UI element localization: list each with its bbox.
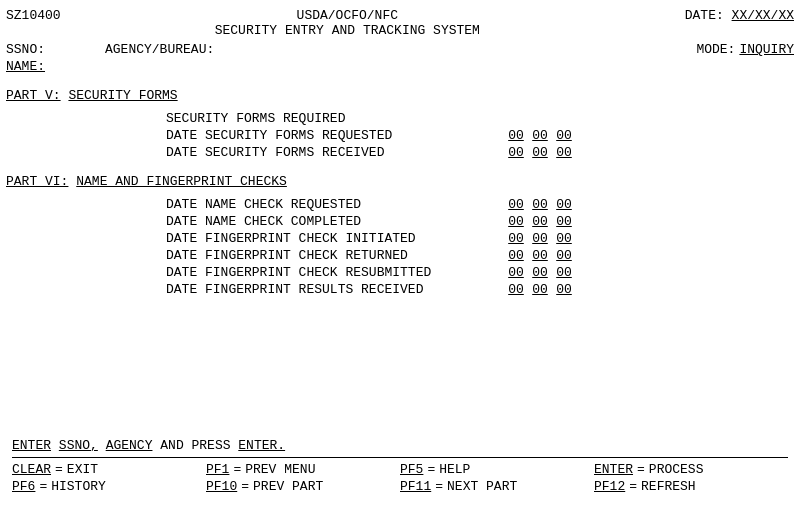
part-vi-row-5: DATE FINGERPRINT RESULTS RECEIVED 00 00 … (166, 282, 794, 297)
key-clear: CLEAR = EXIT (12, 462, 206, 477)
key-pf12: PF12 = REFRESH (594, 479, 788, 494)
pf6-eq: = (39, 479, 47, 494)
part-v-row-0: SECURITY FORMS REQUIRED (166, 111, 794, 126)
part-v-label-1: DATE SECURITY FORMS REQUESTED (166, 128, 506, 143)
part-v-d1-1[interactable]: 00 (506, 128, 526, 143)
part-vi-d3-3[interactable]: 00 (554, 248, 574, 263)
part-vi-date-2: 00 00 00 (506, 231, 574, 246)
key-pf6: PF6 = HISTORY (12, 479, 206, 494)
key-pf11: PF11 = NEXT PART (400, 479, 594, 494)
part-vi-d3-2[interactable]: 00 (554, 231, 574, 246)
part-vi-row-2: DATE FINGERPRINT CHECK INITIATED 00 00 0… (166, 231, 794, 246)
part-vi-d3-1[interactable]: 00 (554, 214, 574, 229)
pf1-key[interactable]: PF1 (206, 462, 229, 477)
part-vi-label-2: DATE FINGERPRINT CHECK INITIATED (166, 231, 506, 246)
clear-key[interactable]: CLEAR (12, 462, 51, 477)
mode-section: MODE: INQUIRY (696, 42, 794, 57)
part-vi-date-4: 00 00 00 (506, 265, 574, 280)
part-v-d2-2[interactable]: 00 (530, 145, 550, 160)
clear-eq: = (55, 462, 63, 477)
pf11-key[interactable]: PF11 (400, 479, 431, 494)
system-name-line2: SECURITY ENTRY AND TRACKING SYSTEM (61, 23, 634, 38)
part-vi-d2-1[interactable]: 00 (530, 214, 550, 229)
enter-key-eq: = (637, 462, 645, 477)
pf12-key[interactable]: PF12 (594, 479, 625, 494)
header-center: USDA/OCFO/NFC SECURITY ENTRY AND TRACKIN… (61, 8, 634, 38)
part-v-d2-1[interactable]: 00 (530, 128, 550, 143)
part-v-d1-2[interactable]: 00 (506, 145, 526, 160)
part-vi-date-3: 00 00 00 (506, 248, 574, 263)
system-name-line1: USDA/OCFO/NFC (61, 8, 634, 23)
part-vi-row-4: DATE FINGERPRINT CHECK RESUBMITTED 00 00… (166, 265, 794, 280)
pf6-action: HISTORY (51, 479, 106, 494)
part-v-title: SECURITY FORMS (68, 88, 177, 103)
part-v-rows: SECURITY FORMS REQUIRED DATE SECURITY FO… (166, 111, 794, 160)
part-vi-d3-4[interactable]: 00 (554, 265, 574, 280)
part-vi-d2-2[interactable]: 00 (530, 231, 550, 246)
part-vi-row-1: DATE NAME CHECK COMPLETED 00 00 00 (166, 214, 794, 229)
enter-key[interactable]: ENTER (594, 462, 633, 477)
pf12-eq: = (629, 479, 637, 494)
name-row: NAME: (6, 59, 794, 74)
footer: ENTER SSNO, AGENCY AND PRESS ENTER. CLEA… (12, 438, 788, 494)
date-value: XX/XX/XX (732, 8, 794, 23)
part-vi-date-5: 00 00 00 (506, 282, 574, 297)
footer-divider (12, 457, 788, 458)
part-vi-label-3: DATE FINGERPRINT CHECK RETURNED (166, 248, 506, 263)
header: SZ10400 USDA/OCFO/NFC SECURITY ENTRY AND… (6, 8, 794, 38)
part-vi-label-5: DATE FINGERPRINT RESULTS RECEIVED (166, 282, 506, 297)
pf11-eq: = (435, 479, 443, 494)
pf1-action: PREV MENU (245, 462, 315, 477)
key-pf1: PF1 = PREV MENU (206, 462, 400, 477)
part-v-row-1: DATE SECURITY FORMS REQUESTED 00 00 00 (166, 128, 794, 143)
key-enter: ENTER = PROCESS (594, 462, 788, 477)
part-vi-d1-4[interactable]: 00 (506, 265, 526, 280)
part-v-prefix: PART V: (6, 88, 61, 103)
part-vi-d2-3[interactable]: 00 (530, 248, 550, 263)
part-v-d3-1[interactable]: 00 (554, 128, 574, 143)
part-vi-d1-5[interactable]: 00 (506, 282, 526, 297)
part-vi-row-0: DATE NAME CHECK REQUESTED 00 00 00 (166, 197, 794, 212)
part-vi-prefix: PART VI: (6, 174, 68, 189)
part-vi-d2-0[interactable]: 00 (530, 197, 550, 212)
part-vi-label-0: DATE NAME CHECK REQUESTED (166, 197, 506, 212)
part-v-label-2: DATE SECURITY FORMS RECEIVED (166, 145, 506, 160)
part-vi-d2-5[interactable]: 00 (530, 282, 550, 297)
part-vi-d1-1[interactable]: 00 (506, 214, 526, 229)
part-vi-row-3: DATE FINGERPRINT CHECK RETURNED 00 00 00 (166, 248, 794, 263)
pf10-action: PREV PART (253, 479, 323, 494)
part-vi-title: NAME AND FINGERPRINT CHECKS (76, 174, 287, 189)
enter-sep3: AND PRESS (160, 438, 238, 453)
part-v-row-2: DATE SECURITY FORMS RECEIVED 00 00 00 (166, 145, 794, 160)
part-vi-d1-2[interactable]: 00 (506, 231, 526, 246)
footer-keys: CLEAR = EXIT PF1 = PREV MENU PF5 = HELP … (12, 462, 788, 494)
part-vi-d1-0[interactable]: 00 (506, 197, 526, 212)
mode-value: INQUIRY (739, 42, 794, 57)
ssno-label: SSNO: (6, 42, 45, 57)
part-vi-header: PART VI: NAME AND FINGERPRINT CHECKS (6, 174, 794, 189)
part-v-date-2: 00 00 00 (506, 145, 574, 160)
ssno-row: SSNO: AGENCY/BUREAU: MODE: INQUIRY (6, 42, 794, 57)
enter-key-action: PROCESS (649, 462, 704, 477)
part-vi-d1-3[interactable]: 00 (506, 248, 526, 263)
pf5-action: HELP (439, 462, 470, 477)
pf10-eq: = (241, 479, 249, 494)
enter-word: ENTER. (238, 438, 285, 453)
pf5-key[interactable]: PF5 (400, 462, 423, 477)
part-vi-d2-4[interactable]: 00 (530, 265, 550, 280)
screen-id: SZ10400 (6, 8, 61, 23)
footer-instruction: ENTER SSNO, AGENCY AND PRESS ENTER. (12, 438, 788, 453)
agency-label: AGENCY/BUREAU: (105, 42, 214, 57)
part-v-d3-2[interactable]: 00 (554, 145, 574, 160)
pf12-action: REFRESH (641, 479, 696, 494)
part-v-header: PART V: SECURITY FORMS (6, 88, 794, 103)
pf10-key[interactable]: PF10 (206, 479, 237, 494)
name-label: NAME: (6, 59, 45, 74)
pf6-key[interactable]: PF6 (12, 479, 35, 494)
part-vi-d3-5[interactable]: 00 (554, 282, 574, 297)
agency-word: AGENCY (106, 438, 153, 453)
key-pf5: PF5 = HELP (400, 462, 594, 477)
part-vi-d3-0[interactable]: 00 (554, 197, 574, 212)
pf1-eq: = (233, 462, 241, 477)
clear-action: EXIT (67, 462, 98, 477)
